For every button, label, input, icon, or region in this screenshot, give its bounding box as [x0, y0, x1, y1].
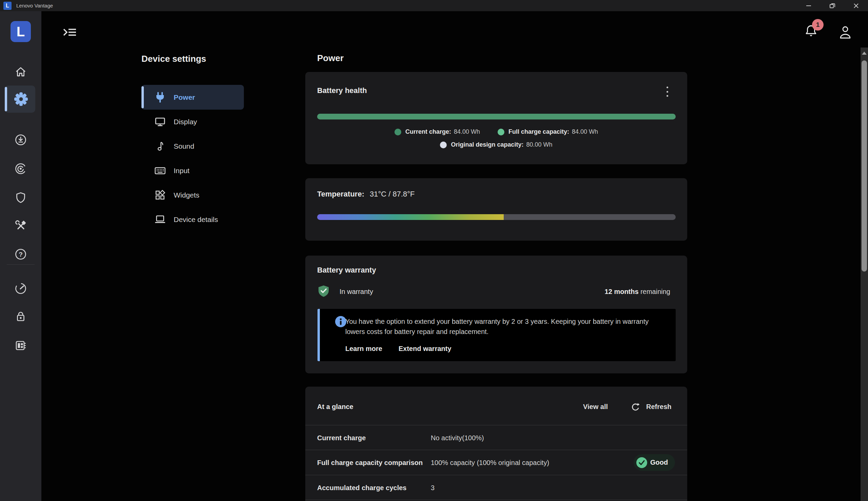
restore-button[interactable] [821, 0, 844, 11]
extend-warranty-link[interactable]: Extend warranty [398, 345, 451, 353]
sidebar-item-updates[interactable] [0, 128, 41, 152]
menu-item-power[interactable]: Power [141, 85, 244, 110]
restore-icon [829, 2, 836, 9]
glance-row-label: Accumulated charge cycles [317, 484, 406, 491]
warranty-status: In warranty [340, 288, 373, 296]
menu-item-sound[interactable]: Sound [141, 134, 244, 159]
sidebar-item-hardware-scan[interactable] [0, 213, 41, 238]
keyboard-icon [153, 164, 167, 178]
menu-item-label: Sound [174, 142, 194, 150]
gear-icon [13, 92, 29, 107]
minimize-button[interactable] [797, 0, 821, 11]
close-button[interactable] [844, 0, 868, 11]
app-logo-letter: L [6, 3, 9, 9]
legend-value: 84.00 Wh [454, 128, 480, 136]
music-note-icon [153, 139, 167, 153]
legend-label: Current charge: [405, 128, 451, 136]
menu-item-widgets[interactable]: Widgets [141, 183, 244, 207]
sidebar-selected-indicator [5, 87, 7, 111]
glance-row-full-charge-comparison: Full charge capacity comparison 100% cap… [305, 450, 687, 475]
glance-row-label: Full charge capacity comparison [317, 459, 422, 466]
sidebar-item-support[interactable]: ? [0, 242, 41, 266]
page-title: Power [317, 53, 344, 63]
hamburger-icon [62, 26, 77, 39]
sidebar-item-security[interactable] [0, 185, 41, 210]
notification-count: 1 [816, 21, 820, 29]
battery-health-legend-row1: Current charge: 84.00 Wh Full charge cap… [305, 128, 687, 136]
menu-toggle-button[interactable] [61, 24, 79, 41]
menu-item-device-details[interactable]: Device details [141, 207, 244, 232]
temperature-bar-fill [317, 214, 504, 220]
scrollbar-up-arrow[interactable] [862, 52, 867, 55]
legend-value: 80.00 Wh [526, 141, 552, 148]
lock-icon [14, 310, 28, 323]
temperature-value: 31°C / 87.8°F [370, 190, 415, 199]
warranty-status-row: In warranty 12 months remaining [317, 284, 675, 299]
gauge-icon [14, 282, 28, 295]
legend-dot-current-charge [395, 129, 401, 136]
shield-check-icon [317, 285, 330, 299]
menu-item-label: Device details [174, 215, 218, 224]
menu-selected-indicator [141, 86, 144, 108]
widgets-icon [153, 188, 167, 202]
window-title: Lenovo Vantage [16, 3, 53, 9]
warranty-remaining: 12 months remaining [605, 288, 670, 296]
menu-item-input[interactable]: Input [141, 159, 244, 183]
refresh-button[interactable]: Refresh [630, 402, 671, 412]
status-badge-good: Good [634, 454, 675, 471]
legend-label: Original design capacity: [451, 141, 523, 148]
account-button[interactable] [836, 24, 854, 41]
notifications-button[interactable]: 1 [803, 23, 822, 42]
legend-value: 84.00 Wh [572, 128, 598, 136]
glance-row-value: No activity(100%) [431, 434, 484, 441]
sidebar-item-device[interactable] [0, 333, 41, 358]
sidebar-divider [7, 264, 35, 265]
sidebar-item-settings[interactable] [5, 86, 35, 113]
menu-item-label: Widgets [174, 191, 199, 199]
at-a-glance-title: At a glance [317, 403, 353, 411]
sidebar-item-quick-settings[interactable] [0, 276, 41, 301]
scrollbar-thumb[interactable] [861, 61, 867, 271]
battery-warranty-title: Battery warranty [317, 266, 376, 275]
sidebar-item-performance[interactable] [0, 157, 41, 181]
menu-item-display[interactable]: Display [141, 110, 244, 134]
refresh-label: Refresh [646, 403, 671, 411]
status-badge-label: Good [650, 459, 668, 466]
device-chip-icon [14, 339, 28, 352]
temperature-bar [317, 214, 676, 220]
glance-row-label: Current charge [317, 434, 366, 441]
menu-item-label: Input [174, 167, 190, 175]
temperature-label: Temperature: [317, 190, 364, 199]
power-plug-icon [154, 91, 166, 104]
shield-icon [14, 191, 28, 204]
warranty-remaining-months: 12 months [605, 288, 639, 295]
tools-icon [14, 219, 28, 233]
lenovo-logo: L [11, 21, 31, 42]
legend-original-design-capacity: Original design capacity: 80.00 Wh [440, 141, 552, 148]
laptop-icon [153, 213, 167, 226]
svg-text:?: ? [19, 251, 23, 258]
monitor-icon [153, 115, 167, 129]
sidebar-item-privacy[interactable] [0, 305, 41, 329]
home-icon [14, 65, 28, 79]
legend-current-charge: Current charge: 84.00 Wh [395, 128, 480, 136]
view-all-link[interactable]: View all [583, 403, 608, 411]
legend-dot-full-charge [498, 129, 504, 136]
app-logo-icon: L [3, 2, 12, 10]
notification-badge: 1 [812, 19, 824, 31]
sidebar-item-home[interactable] [0, 60, 41, 84]
close-icon [853, 2, 859, 9]
card-menu-button[interactable] [662, 86, 672, 98]
menu-item-label: Power [174, 93, 195, 102]
glance-row-current-charge: Current charge No activity(100%) [305, 425, 687, 450]
legend-label: Full charge capacity: [508, 128, 569, 136]
battery-health-card: Battery health Current charge: 84.00 Wh … [305, 72, 687, 164]
lenovo-vantage-window: L Lenovo Vantage L [0, 0, 868, 501]
battery-health-bar [317, 114, 676, 119]
at-a-glance-card: At a glance View all Refresh Current cha… [305, 387, 687, 501]
glance-row-value: 3 [431, 484, 435, 491]
glance-row-charge-cycles: Accumulated charge cycles 3 [305, 475, 687, 500]
learn-more-link[interactable]: Learn more [345, 345, 382, 353]
battery-health-title: Battery health [317, 86, 367, 95]
refresh-icon [630, 402, 640, 412]
